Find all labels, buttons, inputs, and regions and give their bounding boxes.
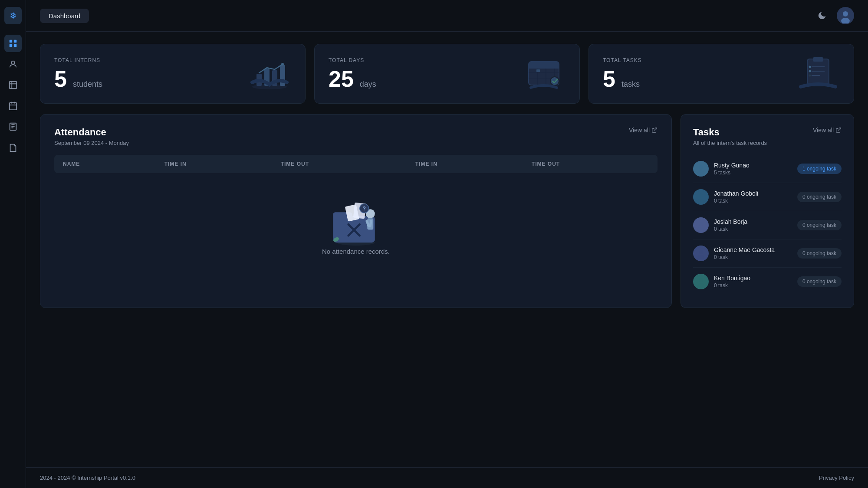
app-logo[interactable]: ❄ [4,7,22,24]
sidebar-item-calendar[interactable] [4,97,22,115]
stats-row: TOTAL INTERNS 5 students [40,44,854,104]
svg-rect-3 [13,40,16,43]
stat-card-tasks: TOTAL TASKS 5 tasks [589,44,854,104]
no-records-row: ? No attendance records. [54,173,658,277]
svg-point-28 [550,77,559,85]
sidebar-item-dashboard[interactable] [4,35,22,52]
person-avatar [693,189,709,205]
tasks-subtitle: All of the intern's task records [693,140,842,146]
person-avatar [693,161,709,177]
attendance-view-all-link[interactable]: View all [629,127,658,134]
person-avatar [693,274,709,289]
stat-interns-unit: students [73,80,102,89]
person-task-count: 0 task [714,198,758,204]
tasks-view-all-link[interactable]: View all [813,127,842,134]
stat-card-interns: TOTAL INTERNS 5 students [40,44,306,104]
stat-days-unit: days [360,80,376,89]
sidebar-item-attendance[interactable] [4,76,22,94]
task-item: Gieanne Mae Gacosta 0 task 0 ongoing tas… [693,239,842,268]
stat-days-icon [522,56,566,91]
sidebar-item-users[interactable] [4,56,22,73]
stat-days-value: 25 [329,68,354,90]
col-time-in-1: TIME IN [156,155,272,173]
stat-interns-info: TOTAL INTERNS 5 students [54,57,102,90]
tasks-view-all-text: View all [813,127,834,134]
attendance-subtitle: September 09 2024 - Monday [54,140,658,146]
attendance-header: Attendance View all [54,127,658,138]
svg-point-35 [809,70,811,72]
person-name: Rusty Gunao [714,162,750,169]
sidebar-item-documents[interactable] [4,139,22,156]
stat-tasks-unit: tasks [621,80,640,89]
svg-rect-2 [9,40,12,43]
svg-point-11 [843,11,848,16]
col-time-out-1: TIME OUT [272,155,407,173]
sidebar: ❄ [0,0,26,488]
content-area: TOTAL INTERNS 5 students [26,32,868,467]
task-badge: 0 ongoing task [797,192,842,202]
task-badge: 1 ongoing task [797,164,842,174]
stat-tasks-label: TOTAL TASKS [603,57,642,63]
task-item: Rusty Gunao 5 tasks 1 ongoing task [693,155,842,183]
tasks-external-link-icon [835,127,842,133]
person-avatar [693,217,709,233]
theme-toggle-button[interactable] [814,8,830,23]
attendance-card: Attendance View all September 09 2024 - … [40,114,672,308]
attendance-title-group: Attendance [54,127,106,138]
attendance-table: NAME TIME IN TIME OUT TIME IN TIME OUT [54,155,658,277]
stat-tasks-icon [796,56,840,91]
person-task-count: 0 task [714,282,750,288]
person-name: Gieanne Mae Gacosta [714,246,775,253]
stat-interns-icon [248,56,291,91]
task-badge: 0 ongoing task [797,248,842,259]
svg-point-57 [699,193,703,198]
person-info: Jonathan Goboli 0 task [714,190,758,204]
col-name: NAME [54,155,156,173]
header: Dashboard [26,0,868,32]
main-content: Dashboard TOTAL INTERNS [26,0,868,488]
stat-interns-value: 5 [54,68,67,90]
privacy-policy-link[interactable]: Privacy Policy [819,475,854,481]
svg-point-18 [281,63,284,66]
stat-interns-label: TOTAL INTERNS [54,57,102,63]
task-item: Josiah Borja 0 task 0 ongoing task [693,211,842,239]
svg-point-63 [699,250,703,254]
task-badge: 0 ongoing task [797,276,842,287]
svg-line-37 [654,128,657,131]
svg-point-60 [699,222,703,226]
svg-rect-5 [13,44,16,47]
task-person: Josiah Borja 0 task [693,217,747,233]
svg-point-54 [699,165,703,170]
tasks-title: Tasks [693,127,720,138]
no-records-cell: ? No attendance records. [54,173,658,277]
person-name: Jonathan Goboli [714,190,758,197]
col-time-in-2: TIME IN [407,155,523,173]
person-info: Ken Bontigao 0 task [714,275,750,288]
svg-rect-30 [813,57,823,62]
user-avatar[interactable] [837,7,854,24]
header-actions [814,7,854,24]
person-task-count: 5 tasks [714,170,750,176]
svg-rect-29 [807,59,829,86]
task-person: Rusty Gunao 5 tasks [693,161,750,177]
svg-point-6 [11,61,14,64]
svg-line-52 [838,128,841,131]
svg-rect-8 [9,103,16,110]
task-item: Ken Bontigao 0 task 0 ongoing task [693,268,842,295]
sidebar-item-tasks[interactable] [4,118,22,135]
person-info: Gieanne Mae Gacosta 0 task [714,246,775,260]
stat-days-label: TOTAL DAYS [329,57,376,63]
no-records-text: No attendance records. [322,248,390,255]
person-name: Ken Bontigao [714,275,750,282]
tasks-title-group: Tasks [693,127,720,138]
bottom-row: Attendance View all September 09 2024 - … [40,114,854,308]
person-info: Rusty Gunao 5 tasks [714,162,750,176]
person-info: Josiah Borja 0 task [714,218,747,232]
svg-rect-27 [536,69,540,72]
person-avatar [693,246,709,261]
col-time-out-2: TIME OUT [523,155,658,173]
external-link-icon [651,127,658,133]
task-person: Ken Bontigao 0 task [693,274,750,289]
table-header-row: NAME TIME IN TIME OUT TIME IN TIME OUT [54,155,658,173]
svg-rect-4 [9,44,12,47]
